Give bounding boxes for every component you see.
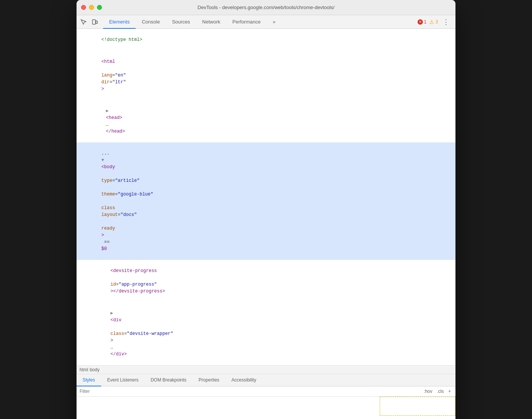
inspect-icon[interactable] [78,17,89,27]
error-count[interactable]: ✕ 1 [418,19,427,25]
tab-sources[interactable]: Sources [166,16,196,29]
subtab-event-listeners[interactable]: Event Listeners [101,374,145,386]
styles-area [77,397,455,419]
dom-line-body[interactable]: ... ▼ <body type="article" theme="google… [77,142,455,260]
subtab-accessibility[interactable]: Accessibility [225,374,262,386]
main-tabs: Elements Console Sources Network Perform… [103,15,282,29]
dom-line-div[interactable]: ▶ <div class="devsite-wrapper" > … </div… [77,302,455,365]
styles-filter-input[interactable] [80,389,419,394]
cls-button[interactable]: .cls [435,388,445,395]
toolbar-icons [78,17,100,27]
dom-line-devsite-progress[interactable]: <devsite-progress id="app-progress" ></d… [77,260,455,302]
maximize-button[interactable] [97,5,102,10]
traffic-lights [81,5,102,10]
hov-button[interactable]: :hov [422,388,434,395]
dashed-border-decoration [380,397,455,416]
tab-elements[interactable]: Elements [103,16,136,29]
subtab-properties[interactable]: Properties [192,374,225,386]
devtools-container: Elements Console Sources Network Perform… [77,15,455,419]
device-toolbar-icon[interactable] [89,17,100,27]
minimize-button[interactable] [89,5,94,10]
devtools-toolbar: Elements Console Sources Network Perform… [77,15,455,29]
styles-subtoolbar: Styles Event Listeners DOM Breakpoints P… [77,374,455,386]
svg-rect-1 [96,21,97,23]
tab-performance[interactable]: Performance [226,16,266,29]
dom-line-doctype[interactable]: <!doctype html> [77,29,455,51]
dom-line-head[interactable]: ▶ <head> … </head> [77,100,455,142]
tab-more[interactable]: » [267,16,282,29]
warning-icon: ⚠ [429,19,434,25]
new-style-rule-button[interactable]: + [447,388,452,395]
error-icon: ✕ [418,19,423,25]
more-menu-button[interactable]: ⋮ [441,18,451,26]
filter-buttons: :hov .cls + [422,388,452,395]
svg-rect-0 [92,20,95,24]
dom-panel: <!doctype html> <html lang="en" dir="ltr… [77,29,455,365]
dom-line-html[interactable]: <html lang="en" dir="ltr" > [77,51,455,100]
breadcrumb-body[interactable]: body [90,367,100,372]
subtab-styles[interactable]: Styles [77,374,101,386]
close-button[interactable] [81,5,86,10]
breadcrumb: html body [77,365,455,374]
titlebar: DevTools - developers.google.com/web/too… [77,0,455,15]
tab-network[interactable]: Network [196,16,227,29]
styles-filter-bar: :hov .cls + [77,386,455,397]
warning-count[interactable]: ⚠ 3 [429,19,438,25]
breadcrumb-html[interactable]: html [80,367,88,372]
subtab-dom-breakpoints[interactable]: DOM Breakpoints [144,374,192,386]
tab-console[interactable]: Console [136,16,166,29]
window-title: DevTools - developers.google.com/web/too… [197,5,334,10]
toolbar-right: ✕ 1 ⚠ 3 ⋮ [418,18,454,26]
